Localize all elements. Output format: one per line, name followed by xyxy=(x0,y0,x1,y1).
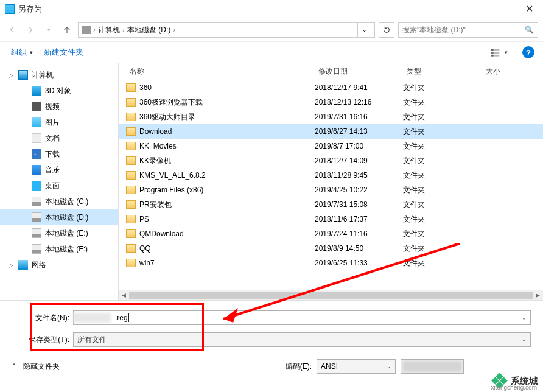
recent-locations-button[interactable]: ▾ xyxy=(41,23,56,37)
tree-item[interactable]: 下载 xyxy=(0,146,118,162)
folder-tree[interactable]: ▷ 计算机 3D 对象 视频 图片 文档 下载 音乐 桌面 本地磁盘 (C:) … xyxy=(0,63,119,300)
help-button[interactable]: ? xyxy=(522,46,534,58)
tree-item-label: 音乐 xyxy=(45,165,60,175)
title-bar: 另存为 ✕ xyxy=(0,0,543,18)
tree-item[interactable]: 音乐 xyxy=(0,162,118,178)
folder-icon xyxy=(126,259,136,267)
file-row[interactable]: KMS_VL_ALL_6.8.2 2018/11/28 9:45 文件夹 xyxy=(119,168,543,183)
filetype-value: 所有文件 xyxy=(77,335,107,345)
file-row[interactable]: Download 2019/6/27 14:13 文件夹 xyxy=(119,124,543,139)
search-icon[interactable]: 🔍 xyxy=(525,26,534,34)
file-type: 文件夹 xyxy=(403,83,482,93)
tree-item[interactable]: 3D 对象 xyxy=(0,83,118,99)
file-row[interactable]: 360 2018/12/17 9:41 文件夹 xyxy=(119,80,543,95)
tree-item[interactable]: 视频 xyxy=(0,99,118,114)
tree-item-label: 桌面 xyxy=(45,181,60,191)
file-type: 文件夹 xyxy=(403,243,482,254)
watermark-url: xitongcheng.com xyxy=(491,384,537,391)
up-button[interactable] xyxy=(60,23,74,37)
chevron-down-icon[interactable]: ⌄ xyxy=(522,337,527,343)
folder-icon xyxy=(126,156,136,165)
svg-rect-4 xyxy=(491,55,494,57)
refresh-button[interactable] xyxy=(379,22,394,38)
chevron-down-icon[interactable]: ⌄ xyxy=(387,363,391,369)
tree-item[interactable]: 本地磁盘 (C:) xyxy=(0,194,118,209)
ico-3d xyxy=(32,86,41,96)
scroll-right-icon[interactable]: ▶ xyxy=(533,290,543,300)
save-button[interactable] xyxy=(401,359,464,374)
file-name: 360极速浏览器下载 xyxy=(139,97,203,108)
hide-folders-link[interactable]: 隐藏文件夹 xyxy=(23,362,60,372)
tree-item[interactable]: 图片 xyxy=(0,114,118,130)
forward-button[interactable] xyxy=(23,23,38,37)
chevron-down-icon: ▾ xyxy=(30,49,33,55)
file-list[interactable]: 名称 修改日期 类型 大小 360 2018/12/17 9:41 文件夹 36… xyxy=(119,63,543,300)
file-row[interactable]: KK_Movies 2019/8/7 17:00 文件夹 xyxy=(119,139,543,153)
organize-menu[interactable]: 组织▾ xyxy=(11,47,33,58)
tree-item[interactable]: ▷ 计算机 xyxy=(0,67,118,83)
file-list-header[interactable]: 名称 修改日期 类型 大小 xyxy=(119,63,543,80)
expand-caret-icon[interactable]: ▷ xyxy=(9,262,15,268)
tree-item[interactable]: 本地磁盘 (E:) xyxy=(0,225,118,241)
new-folder-button[interactable]: 新建文件夹 xyxy=(44,47,83,58)
tree-item-label: 文档 xyxy=(45,133,60,144)
view-options-button[interactable]: ▾ xyxy=(491,46,508,59)
tree-item[interactable]: 文档 xyxy=(0,130,118,146)
filename-input[interactable]: .reg xyxy=(115,313,128,322)
breadcrumb-dropdown[interactable]: ⌄ xyxy=(357,23,371,37)
scroll-thumb[interactable] xyxy=(129,292,533,299)
search-box[interactable]: 🔍 xyxy=(398,22,538,38)
tree-item-label: 本地磁盘 (D:) xyxy=(45,212,88,223)
folder-icon xyxy=(126,244,136,253)
horizontal-scrollbar[interactable]: ◀ ▶ xyxy=(119,290,543,300)
search-input[interactable] xyxy=(402,26,525,34)
file-date: 2019/4/25 10:22 xyxy=(315,186,403,194)
file-date: 2019/7/24 11:16 xyxy=(315,229,403,238)
file-row[interactable]: PR安装包 2019/7/31 15:08 文件夹 xyxy=(119,197,543,212)
filename-field[interactable]: .reg ⌄ xyxy=(73,310,531,325)
ico-download xyxy=(32,149,41,159)
breadcrumb[interactable]: › 计算机 › 本地磁盘 (D:) › ⌄ xyxy=(78,22,375,38)
file-date: 2018/11/28 9:45 xyxy=(315,171,403,180)
tree-item-label: 视频 xyxy=(45,102,60,112)
file-row[interactable]: win7 2019/6/25 11:33 文件夹 xyxy=(119,256,543,270)
file-row[interactable]: QMDownload 2019/7/24 11:16 文件夹 xyxy=(119,226,543,241)
tree-item[interactable]: 本地磁盘 (F:) xyxy=(0,241,118,257)
chevron-down-icon[interactable]: ⌄ xyxy=(522,315,527,321)
file-date: 2018/12/13 12:16 xyxy=(315,98,403,107)
file-row[interactable]: QQ 2019/8/9 14:50 文件夹 xyxy=(119,241,543,256)
tree-item[interactable]: 本地磁盘 (D:) xyxy=(0,209,118,225)
column-type[interactable]: 类型 xyxy=(403,66,482,77)
tree-item-label: 图片 xyxy=(45,117,60,128)
encoding-dropdown[interactable]: ANSI ⌄ xyxy=(317,359,396,374)
folder-icon xyxy=(126,186,136,194)
back-button[interactable] xyxy=(5,23,19,37)
close-button[interactable]: ✕ xyxy=(520,1,538,17)
tree-item-label: 网络 xyxy=(32,260,46,270)
breadcrumb-segment[interactable]: 本地磁盘 (D:) xyxy=(127,25,170,35)
column-size[interactable]: 大小 xyxy=(482,66,519,77)
save-form: 文件名(N): .reg ⌄ 保存类型(T): 所有文件 ⌄ xyxy=(0,301,543,355)
text-caret xyxy=(128,313,129,322)
scroll-left-icon[interactable]: ◀ xyxy=(119,290,129,300)
filetype-dropdown[interactable]: 所有文件 ⌄ xyxy=(73,332,531,347)
file-date: 2019/7/31 16:16 xyxy=(315,113,403,121)
tree-item[interactable]: 桌面 xyxy=(0,178,118,194)
tree-item[interactable]: ▷ 网络 xyxy=(0,257,118,273)
file-date: 2019/8/7 17:00 xyxy=(315,142,403,150)
column-name[interactable]: 名称 xyxy=(126,66,315,77)
file-row[interactable]: KK录像机 2018/12/7 14:09 文件夹 xyxy=(119,153,543,168)
file-row[interactable]: Program Files (x86) 2019/4/25 10:22 文件夹 xyxy=(119,183,543,197)
file-row[interactable]: 360极速浏览器下载 2018/12/13 12:16 文件夹 xyxy=(119,95,543,110)
file-type: 文件夹 xyxy=(403,185,482,195)
filetype-label: 保存类型(T): xyxy=(12,335,73,345)
file-name: KK录像机 xyxy=(139,156,171,166)
breadcrumb-segment[interactable]: 计算机 xyxy=(98,25,120,35)
app-icon xyxy=(5,4,15,14)
file-row[interactable]: 360驱动大师目录 2019/7/31 16:16 文件夹 xyxy=(119,110,543,124)
expand-icon[interactable]: ⌃ xyxy=(11,362,17,371)
file-row[interactable]: PS 2018/11/6 17:37 文件夹 xyxy=(119,212,543,226)
expand-caret-icon[interactable]: ▷ xyxy=(9,72,15,79)
column-date[interactable]: 修改日期 xyxy=(315,66,403,77)
ico-computer xyxy=(18,70,28,80)
